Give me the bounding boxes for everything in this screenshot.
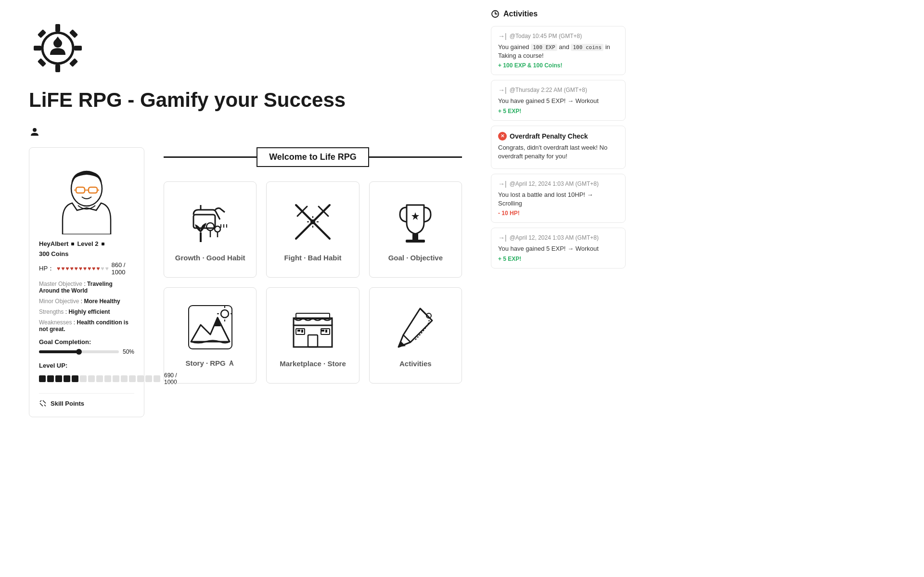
- story-icon: [186, 303, 234, 351]
- svg-rect-7: [38, 58, 46, 67]
- heart-5: ♥: [75, 265, 78, 272]
- svg-rect-51: [308, 335, 318, 347]
- svg-line-33: [302, 206, 307, 211]
- card-goal-objective[interactable]: Goal · Objective: [369, 181, 462, 278]
- svg-line-32: [297, 211, 302, 216]
- app-logo: [29, 19, 87, 77]
- arrow-icon-2: →|: [498, 86, 507, 94]
- level-up-section: Level UP:: [39, 362, 134, 385]
- lb-7: [88, 375, 95, 382]
- lb-11: [121, 375, 128, 382]
- char-level: Level 2: [77, 240, 98, 247]
- activity-desc-3: You lost a battle and lost 10HP! → Scrol…: [498, 191, 618, 208]
- goal-progress-row: 50%: [39, 348, 134, 355]
- overdraft-desc: Congrats, didn't overdraft last week! No…: [498, 143, 618, 161]
- strengths-label: Strengths: [39, 308, 64, 315]
- card-growth-label: Growth · Good Habit: [175, 254, 245, 262]
- timestamp-4-value: @April 12, 2024 1:03 AM (GMT+8): [510, 234, 599, 241]
- skill-points-icon: [39, 399, 47, 407]
- activity-reward-2: + 5 EXP!: [498, 108, 618, 115]
- coins-badge-1: 100 coins: [571, 44, 603, 51]
- activity-reward-1: + 100 EXP & 100 Coins!: [498, 62, 618, 69]
- goal-icon: [391, 198, 439, 246]
- svg-rect-56: [321, 330, 324, 332]
- heart-11: ♥: [101, 265, 104, 272]
- activities-title: Activities: [503, 10, 538, 18]
- char-name-row: HeyAlbert Level 2 300 Coins: [39, 240, 134, 257]
- hp-label: HP：: [39, 264, 54, 273]
- user-icon-row: [29, 126, 462, 140]
- svg-line-19: [40, 400, 41, 402]
- svg-point-26: [206, 223, 214, 231]
- level-blocks: [39, 375, 160, 382]
- weaknesses-label: Weaknesses: [39, 319, 72, 326]
- heart-10: ♥: [96, 265, 100, 272]
- master-objective-row: Master Objective : Traveling Around the …: [39, 281, 134, 294]
- welcome-line-left: [164, 156, 257, 158]
- card-growth-good-habit[interactable]: Growth · Good Habit: [164, 181, 257, 278]
- activity-item-3: →| @April 12, 2024 1:03 AM (GMT+8) You l…: [491, 174, 626, 223]
- lb-10: [113, 375, 119, 382]
- growth-icon: [186, 198, 234, 246]
- card-activities[interactable]: Activities: [369, 287, 462, 384]
- char-coins: 300 Coins: [39, 250, 68, 257]
- timestamp-3-value: @April 12, 2024 1:03 AM (GMT+8): [510, 180, 599, 187]
- svg-rect-41: [412, 234, 418, 240]
- card-goal-label: Goal · Objective: [388, 254, 443, 262]
- heart-9: ♥: [92, 265, 95, 272]
- arrow-icon-3: →|: [498, 180, 507, 188]
- card-activities-label: Activities: [399, 359, 432, 368]
- hp-row: HP： ♥ ♥ ♥ ♥ ♥ ♥ ♥ ♥ ♥ ♥ ♥ ♥ 860 / 1000: [39, 261, 134, 276]
- level-bar-row: 690 / 1000: [39, 372, 134, 385]
- activity-item-4: →| @April 12, 2024 1:03 AM (GMT+8) You h…: [491, 228, 626, 268]
- svg-line-59: [420, 308, 426, 314]
- svg-rect-1: [55, 24, 60, 32]
- lb-13: [137, 375, 144, 382]
- heart-8: ♥: [88, 265, 91, 272]
- svg-rect-55: [301, 330, 303, 333]
- welcome-text: Welcome to Life RPG: [257, 147, 369, 167]
- card-fight-label: Fight · Bad Habit: [284, 254, 341, 262]
- minor-objective-value: More Healthy: [84, 298, 120, 305]
- heart-6: ♥: [79, 265, 82, 272]
- goal-completion-section: Goal Completion: 50%: [39, 338, 134, 355]
- skill-points-row[interactable]: Skill Points: [39, 393, 134, 407]
- svg-line-35: [319, 206, 323, 211]
- cards-grid: Growth · Good Habit: [164, 181, 462, 384]
- logo-area: [29, 19, 462, 79]
- card-fight-bad-habit[interactable]: Fight · Bad Habit: [266, 181, 359, 278]
- goal-progress-thumb: [76, 349, 82, 355]
- heart-7: ♥: [83, 265, 87, 272]
- goal-progress-fill: [39, 350, 79, 353]
- user-icon: [29, 126, 40, 138]
- card-story-rpg[interactable]: Story · RPG Ａ: [164, 287, 257, 384]
- svg-point-10: [33, 128, 37, 132]
- svg-rect-6: [69, 29, 78, 38]
- goal-progress-track: [39, 350, 119, 353]
- weaknesses-row: Weaknesses : Health condition is not gre…: [39, 319, 134, 333]
- svg-rect-12: [76, 187, 85, 193]
- hp-value: 860 / 1000: [112, 261, 134, 276]
- center-panel: Welcome to Life RPG: [164, 147, 462, 417]
- minor-objective-label: Minor Objective: [39, 298, 79, 305]
- heart-3: ♥: [65, 265, 69, 272]
- skill-points-label: Skill Points: [51, 400, 84, 407]
- svg-line-58: [403, 335, 411, 342]
- card-marketplace[interactable]: Marketplace · Store: [266, 287, 359, 384]
- svg-line-17: [43, 400, 46, 403]
- svg-line-20: [44, 405, 46, 406]
- activity-item-1: →| @Today 10:45 PM (GMT+8) You gained 10…: [491, 26, 626, 75]
- page-title: LiFE RPG - Gamify your Success: [29, 89, 462, 112]
- lb-6: [80, 375, 87, 382]
- svg-line-34: [323, 211, 328, 216]
- separator: [71, 243, 74, 245]
- svg-rect-57: [325, 330, 327, 333]
- character-card: HeyAlbert Level 2 300 Coins HP： ♥ ♥ ♥ ♥ …: [29, 147, 144, 417]
- strengths-row: Strengths : Highly efficient: [39, 308, 134, 315]
- lb-1: [39, 375, 46, 382]
- goal-progress-percent: 50%: [123, 348, 134, 355]
- activity-reward-4: + 5 EXP!: [498, 256, 618, 262]
- weaknesses-colon: :: [74, 319, 77, 326]
- svg-point-36: [310, 219, 315, 224]
- lb-4: [64, 375, 70, 382]
